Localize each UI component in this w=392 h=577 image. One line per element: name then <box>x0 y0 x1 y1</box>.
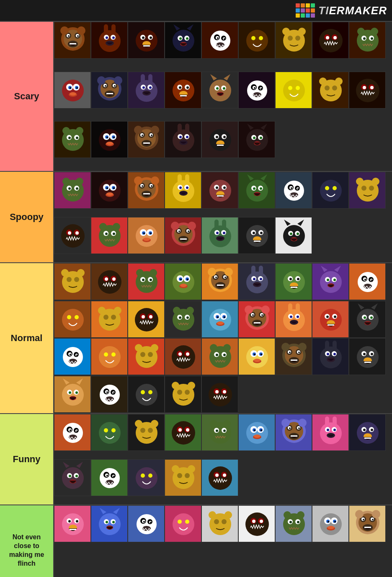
tier-cell[interactable] <box>165 172 201 209</box>
tier-cell[interactable] <box>201 301 238 338</box>
tier-cell[interactable] <box>275 22 312 59</box>
tier-cell[interactable] <box>238 121 275 158</box>
tier-cell[interactable] <box>238 172 275 209</box>
tier-cell[interactable] <box>312 505 349 542</box>
tier-cell[interactable] <box>238 505 275 542</box>
tier-cell[interactable] <box>128 505 165 542</box>
tier-cell[interactable] <box>91 172 128 209</box>
svg-point-662 <box>327 429 329 431</box>
tier-cell[interactable] <box>349 22 386 59</box>
tier-cell[interactable] <box>275 338 312 375</box>
tier-cell[interactable] <box>128 217 165 254</box>
tier-cell[interactable] <box>312 172 349 209</box>
tier-cell[interactable] <box>54 217 91 254</box>
tier-cell[interactable] <box>238 301 275 338</box>
tier-cell[interactable] <box>349 301 386 338</box>
tier-cell[interactable] <box>128 22 165 59</box>
tier-cell[interactable] <box>275 505 312 542</box>
tier-cell[interactable] <box>238 72 275 109</box>
tier-cell[interactable] <box>165 338 201 375</box>
tier-cell[interactable] <box>91 72 128 109</box>
tier-cell[interactable] <box>54 121 91 158</box>
tier-cell[interactable] <box>54 263 91 300</box>
tier-cell[interactable] <box>201 121 238 158</box>
tier-cell[interactable] <box>165 376 201 413</box>
tier-cell[interactable] <box>312 22 349 59</box>
tier-cell[interactable] <box>349 338 386 375</box>
tier-cell[interactable] <box>54 338 91 375</box>
tier-cell[interactable] <box>201 72 238 109</box>
tier-cell[interactable] <box>54 459 91 496</box>
tier-cell[interactable] <box>165 217 201 254</box>
tier-cell[interactable] <box>91 376 128 413</box>
tier-cell[interactable] <box>312 263 349 300</box>
tier-cell[interactable] <box>312 338 349 375</box>
tier-cell[interactable] <box>312 301 349 338</box>
tier-cell[interactable] <box>201 338 238 375</box>
tier-cell[interactable] <box>91 414 128 451</box>
svg-point-40 <box>210 31 230 51</box>
tier-cell[interactable] <box>238 414 275 451</box>
tier-cell[interactable] <box>91 301 128 338</box>
svg-point-655 <box>298 419 307 427</box>
tier-cell[interactable] <box>165 301 201 338</box>
tier-cell[interactable] <box>165 22 201 59</box>
tier-cell[interactable] <box>275 301 312 338</box>
tier-cell[interactable] <box>54 505 91 542</box>
tier-cell[interactable] <box>312 414 349 451</box>
tier-cell[interactable] <box>349 505 386 542</box>
tier-cell[interactable] <box>349 72 386 109</box>
tier-cell[interactable] <box>54 301 91 338</box>
tier-cell[interactable] <box>165 72 201 109</box>
tier-cell[interactable] <box>54 414 91 451</box>
tier-cell[interactable] <box>54 172 91 209</box>
tier-cell[interactable] <box>275 217 312 254</box>
tier-cell[interactable] <box>91 121 128 158</box>
tier-cell[interactable] <box>165 263 201 300</box>
tier-cell[interactable] <box>201 376 238 413</box>
tier-cell[interactable] <box>54 376 91 413</box>
tier-cell[interactable] <box>128 338 165 375</box>
tier-cell[interactable] <box>201 172 238 209</box>
tier-cell[interactable] <box>275 414 312 451</box>
tier-cell[interactable] <box>128 172 165 209</box>
tier-cell[interactable] <box>349 263 386 300</box>
tier-cell[interactable] <box>91 505 128 542</box>
tier-cell[interactable] <box>128 263 165 300</box>
tier-cell[interactable] <box>201 505 238 542</box>
tier-cell[interactable] <box>349 172 386 209</box>
tier-cell[interactable] <box>91 338 128 375</box>
svg-point-349 <box>98 270 121 294</box>
tier-cell[interactable] <box>165 459 201 496</box>
tier-cell[interactable] <box>238 22 275 59</box>
tier-cell[interactable] <box>91 263 128 300</box>
tier-cell[interactable] <box>238 217 275 254</box>
tier-cell[interactable] <box>201 217 238 254</box>
svg-point-276 <box>372 178 379 185</box>
tier-cell[interactable] <box>128 376 165 413</box>
tier-cell[interactable] <box>275 172 312 209</box>
tier-cell[interactable] <box>128 459 165 496</box>
tier-cell[interactable] <box>91 459 128 496</box>
tier-cell[interactable] <box>91 217 128 254</box>
tier-cell[interactable] <box>201 459 238 496</box>
tier-cell[interactable] <box>128 414 165 451</box>
tier-cell[interactable] <box>54 22 91 59</box>
tier-cell[interactable] <box>201 414 238 451</box>
tier-cell[interactable] <box>165 414 201 451</box>
tier-cell[interactable] <box>312 72 349 109</box>
tier-cell[interactable] <box>201 22 238 59</box>
tier-cell[interactable] <box>275 263 312 300</box>
tier-cell[interactable] <box>275 72 312 109</box>
tier-cell[interactable] <box>91 22 128 59</box>
tier-cell[interactable] <box>238 263 275 300</box>
tier-cell[interactable] <box>128 301 165 338</box>
tier-cell[interactable] <box>128 121 165 158</box>
tier-cell[interactable] <box>165 121 201 158</box>
tier-cell[interactable] <box>128 72 165 109</box>
tier-cell[interactable] <box>349 414 386 451</box>
tier-cell[interactable] <box>201 263 238 300</box>
tier-cell[interactable] <box>54 72 91 109</box>
tier-cell[interactable] <box>238 338 275 375</box>
tier-cell[interactable] <box>165 505 201 542</box>
